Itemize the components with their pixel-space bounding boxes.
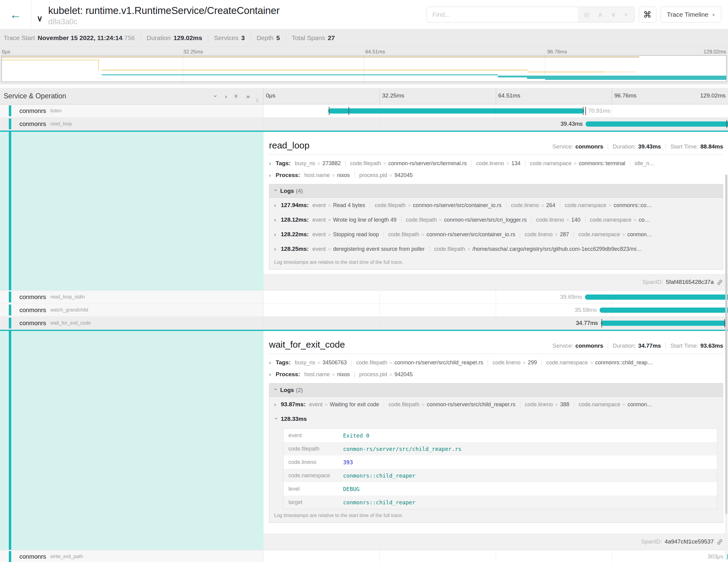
kv-chip: code.filepath=conmon-rs/server/src/termi…	[345, 160, 471, 167]
kv-row: target conmonrs::child_reaper	[284, 496, 717, 509]
back-button[interactable]: ←	[0, 0, 31, 29]
kv-chip: busy_ns=273882	[292, 160, 345, 167]
prev-match-icon[interactable]: ∧	[598, 11, 603, 18]
log-entry[interactable]: › 128.12ms: event=Wrote log line of leng…	[269, 212, 723, 227]
divider	[250, 34, 251, 42]
minimap-canvas[interactable]	[2, 55, 726, 82]
collapse-all-icon[interactable]: »	[233, 94, 240, 98]
chevron-down-icon: ∨	[712, 12, 715, 17]
span-detail-wait-for-exit-code: wait_for_exit_code Service:conmonrs Dura…	[0, 331, 728, 550]
service-color-stripe	[9, 551, 11, 562]
vertical-scrollbar[interactable]	[725, 175, 727, 560]
command-icon: ⌘	[643, 10, 652, 20]
span-row-read-loop[interactable]: conmonrs read_loop 39.43ms	[0, 118, 728, 131]
divider	[269, 155, 723, 155]
minimap-tick: 0μs	[2, 49, 10, 55]
span-bar[interactable]	[600, 308, 728, 313]
span-duration-label: 303μs	[708, 553, 723, 560]
kv-chip: code.namespace=conmon…	[574, 401, 657, 408]
detail-left-panel	[0, 331, 264, 550]
detail-content: wait_for_exit_code Service:conmonrs Dura…	[264, 331, 728, 550]
span-row-read-loop-stdin[interactable]: conmonrs read_loop_stdin 39.69ms	[0, 291, 728, 304]
span-row-watch-grandchild[interactable]: conmonrs watch_grandchild 35.58ms	[0, 304, 728, 317]
column-resize-grip[interactable]	[256, 98, 258, 102]
copy-link-icon[interactable]	[716, 539, 723, 545]
kv-chip: code.namespace=co…	[585, 217, 655, 223]
logs-note: Log timestamps are relative to the start…	[269, 509, 723, 523]
log-fields: event=Waiting for exit codecode.filepath…	[306, 401, 657, 408]
span-track[interactable]: 303μs	[264, 550, 728, 562]
process-accordion[interactable]: › Process: host.name=nixosprocess.pid=94…	[269, 371, 723, 378]
log-fields: event=Read 4 bytescode.filepath=conmon-r…	[309, 202, 656, 209]
span-track[interactable]: 39.69ms	[264, 291, 728, 303]
span-track[interactable]: 70.91ms	[264, 104, 728, 117]
focus-match-icon[interactable]: ◎	[584, 11, 589, 18]
expand-all-icon[interactable]: »	[246, 93, 250, 99]
span-name-cell[interactable]: conmonrs watch_grandchild	[0, 304, 264, 316]
span-track[interactable]: 39.43ms	[264, 118, 728, 130]
span-track[interactable]: 35.58ms	[264, 304, 728, 316]
kv-chip: process.pid=942045	[354, 172, 417, 179]
collapse-one-icon[interactable]: ›	[213, 95, 219, 97]
divider	[269, 354, 723, 354]
span-name: read_loop	[269, 140, 553, 151]
log-entry[interactable]: › 128.25ms: event=deregistering event so…	[269, 241, 723, 256]
logs-accordion-header[interactable]: › Logs (4)	[269, 184, 723, 198]
trace-duration: Duration 129.02ms	[147, 34, 202, 42]
kv-chip: event=Wrote log line of length 49	[309, 217, 401, 223]
service-color-stripe	[9, 291, 11, 302]
minimap-span-line	[603, 72, 635, 72]
log-entry[interactable]: › 128.22ms: event=Stopping read loopcode…	[269, 227, 723, 241]
tags-accordion[interactable]: › Tags: busy_ns=273882code.filepath=conm…	[269, 160, 723, 167]
view-selector-button[interactable]: Trace Timeline ∨	[661, 7, 721, 22]
tags-accordion[interactable]: › Tags: busy_ns=34506763code.filepath=co…	[269, 359, 723, 366]
kv-chip: process.pid=942045	[354, 371, 417, 378]
detail-title-row: read_loop Service:conmonrs Duration:39.4…	[264, 132, 728, 151]
divider	[286, 34, 286, 42]
keyboard-shortcuts-button[interactable]: ⌘	[639, 7, 656, 22]
expand-one-icon[interactable]: ›	[225, 93, 227, 99]
find-bar: ◎ ∧ ∨ ×	[427, 7, 634, 22]
service-color-stripe	[9, 318, 11, 329]
operation-name: write_exit_path	[50, 554, 83, 559]
kv-chip: code.namespace=conmonrs::terminal	[525, 160, 630, 167]
find-input[interactable]	[427, 7, 578, 22]
logs-accordion-header[interactable]: › Logs (2)	[269, 383, 723, 397]
kv-chip: code.lineno=264	[506, 202, 560, 209]
log-entry[interactable]: › 93.87ms: event=Waiting for exit codeco…	[269, 397, 723, 411]
log-entry-expanded[interactable]: › 128.33ms	[269, 411, 723, 426]
span-bar[interactable]	[328, 108, 584, 114]
log-entry[interactable]: › 127.94ms: event=Read 4 bytescode.filep…	[269, 198, 723, 212]
minimap-tick: 64.51ms	[365, 49, 385, 55]
trace-timeline-page: ← ∨ kubelet: runtime.v1.RuntimeService/C…	[0, 0, 728, 562]
span-name-cell[interactable]: conmonrs read_loop	[0, 118, 264, 130]
next-match-icon[interactable]: ∨	[611, 11, 616, 18]
span-bar[interactable]	[585, 295, 728, 300]
span-name-cell[interactable]: conmonrs write_exit_path	[0, 550, 264, 562]
span-track[interactable]: 34.77ms	[264, 317, 728, 329]
trace-title-collapser[interactable]: ∨	[37, 0, 43, 29]
top-bar: ← ∨ kubelet: runtime.v1.RuntimeService/C…	[0, 0, 728, 29]
service-name: conmonrs	[19, 294, 46, 301]
process-accordion[interactable]: › Process: host.name=nixosprocess.pid=94…	[269, 172, 723, 179]
process-list: host.name=nixosprocess.pid=942045	[301, 172, 417, 179]
span-row-wait-for-exit-code[interactable]: conmonrs wait_for_exit_code 34.77ms	[0, 317, 728, 330]
span-detail-read-loop: read_loop Service:conmonrs Duration:39.4…	[0, 132, 728, 291]
span-bar[interactable]	[601, 321, 727, 326]
trace-id: d8a3a0c	[48, 17, 280, 26]
kv-row: code.filepath conmon-rs/server/src/child…	[284, 442, 717, 455]
span-bar[interactable]	[586, 121, 728, 127]
span-name-cell[interactable]: conmonrs wait_for_exit_code	[0, 317, 264, 329]
divider	[208, 34, 208, 42]
kv-chip: event=Read 4 bytes	[309, 202, 370, 209]
clear-find-icon[interactable]: ×	[624, 11, 628, 18]
minimap-tick: 129.02ms	[703, 49, 726, 55]
kv-chip: host.name=nixos	[301, 371, 354, 378]
copy-link-icon[interactable]	[716, 279, 723, 286]
scrollbar-thumb[interactable]	[725, 175, 727, 514]
span-row-write-exit-path[interactable]: conmonrs write_exit_path 303μs	[0, 550, 728, 562]
span-name-cell[interactable]: conmonrs read_loop_stdin	[0, 291, 264, 303]
span-row-listen[interactable]: conmonrs listen 70.91ms	[0, 104, 728, 118]
span-name-cell[interactable]: conmonrs listen	[0, 104, 264, 117]
trace-services: Services 3	[214, 34, 245, 42]
